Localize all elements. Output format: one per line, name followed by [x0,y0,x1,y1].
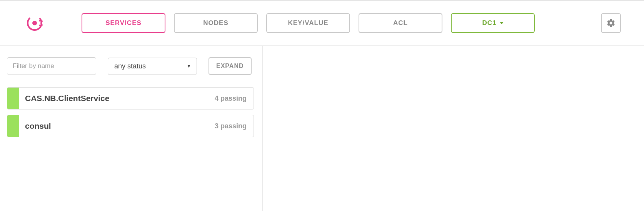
status-filter-value: any status [114,62,146,70]
status-filter-select[interactable]: any status [108,58,197,75]
tab-acl[interactable]: ACL [359,13,442,33]
services-pane: any status EXPAND CAS.NB.ClientService 4… [0,46,263,211]
datacenter-label: DC1 [482,19,496,27]
main-nav: SERVICES NODES KEY/VALUE ACL DC1 [82,13,592,33]
expand-button[interactable]: EXPAND [209,57,252,75]
consul-logo [23,12,46,35]
filter-bar: any status EXPAND [7,57,254,75]
service-checks: 3 passing [208,115,254,137]
datacenter-selector[interactable]: DC1 [451,13,535,33]
tab-keyvalue[interactable]: KEY/VALUE [266,13,350,33]
service-name: CAS.NB.ClientService [19,88,208,109]
svg-point-3 [40,22,42,24]
svg-point-5 [42,20,43,22]
svg-point-1 [32,21,37,25]
svg-point-2 [39,20,41,22]
filter-name-input[interactable] [7,57,96,75]
status-indicator [7,88,19,109]
status-indicator [7,115,19,137]
caret-down-icon [500,22,504,24]
gear-icon [606,18,616,28]
service-row[interactable]: CAS.NB.ClientService 4 passing [7,87,254,109]
app-header: SERVICES NODES KEY/VALUE ACL DC1 [0,1,644,46]
tab-nodes[interactable]: NODES [174,13,258,33]
service-checks: 4 passing [208,88,254,109]
svg-point-4 [39,25,41,26]
service-row[interactable]: consul 3 passing [7,115,254,137]
tab-services[interactable]: SERVICES [82,13,165,33]
svg-point-6 [42,24,43,25]
settings-button[interactable] [601,13,621,33]
service-name: consul [19,115,208,137]
